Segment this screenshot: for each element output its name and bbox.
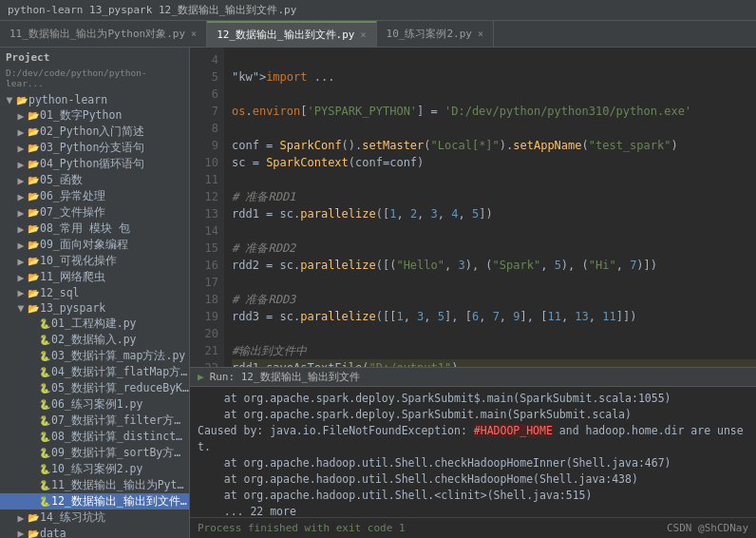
tree-item-label: 11_数据输出_输出为Python对象.py (51, 478, 189, 492)
tab-tab3[interactable]: 10_练习案例2.py× (377, 21, 494, 47)
tree-item-13_09[interactable]: 🐍 09_数据计算_sortBy方法.py (0, 445, 189, 461)
code-content[interactable]: "kw">import ... os.environ['PYSPARK_PYTH… (224, 48, 756, 367)
tree-item-13_05[interactable]: 🐍 05_数据计算_reduceByKey方法.py (0, 380, 189, 396)
folder-icon: 📂 (27, 143, 40, 153)
python-file-icon: 🐍 (38, 351, 51, 361)
python-file-icon: 🐍 (38, 367, 51, 377)
tree-item-10[interactable]: ▶📂 10_可视化操作 (0, 253, 189, 269)
code-line (232, 120, 756, 137)
tab-tab1[interactable]: 11_数据输出_输出为Python对象.py× (0, 21, 207, 47)
tree-item-13[interactable]: ▼📂 13_pyspark (0, 300, 189, 316)
python-file-icon: 🐍 (38, 432, 51, 442)
tree-item-13_08[interactable]: 🐍 08_数据计算_distinct方法.py (0, 429, 189, 445)
tab-label: 10_练习案例2.py (387, 27, 472, 41)
tree-item-label: 04_Python循环语句 (40, 157, 144, 171)
code-editor[interactable]: 456789101112131415161718192021222324 "kw… (190, 48, 756, 367)
tab-tab2[interactable]: 12_数据输出_输出到文件.py× (207, 21, 376, 47)
sidebar-header: Project (0, 48, 189, 67)
python-file-icon: 🐍 (38, 448, 51, 458)
tree-item-08[interactable]: ▶📂 08_常用 模块 包 (0, 221, 189, 237)
tree-item-root[interactable]: ▼📂 python-learn (0, 92, 189, 107)
tree-item-label: python-learn (28, 93, 107, 106)
code-line: rdd1.saveAsTextFile("D:/output1") (232, 359, 756, 367)
tree-item-label: 07_数据计算_filter方法.py (51, 413, 189, 428)
run-line: Caused by: java.io.FileNotFoundException… (198, 423, 748, 455)
tree-item-label: 02_Python入门简述 (40, 125, 144, 139)
run-icon: ▶ (198, 371, 204, 383)
tree-item-07[interactable]: ▶📂 07_文件操作 (0, 204, 189, 221)
tab-close-icon[interactable]: × (360, 29, 366, 40)
tree-item-01[interactable]: ▶📂 01_数字Python (0, 107, 189, 124)
tree-item-13_02[interactable]: 🐍 02_数据输入.py (0, 332, 189, 348)
tree-item-12[interactable]: ▶📂 12_sql (0, 285, 189, 300)
tree-item-label: 06_练习案例1.py (51, 397, 142, 412)
tree-item-02[interactable]: ▶📂 02_Python入门简述 (0, 124, 189, 140)
run-line: at org.apache.spark.deploy.SparkSubmit.m… (198, 407, 748, 423)
chevron-right-icon: ▶ (15, 255, 27, 268)
run-header: ▶ Run: 12_数据输出_输出到文件 (190, 368, 756, 387)
tab-close-icon[interactable]: × (191, 29, 197, 39)
python-file-icon: 🐍 (38, 496, 51, 507)
line-number: 22 (190, 359, 224, 367)
line-numbers: 456789101112131415161718192021222324 (190, 48, 224, 367)
sidebar: Project D:/dev/code/python/python-lear..… (0, 48, 190, 538)
tab-close-icon[interactable]: × (478, 29, 483, 39)
tree-item-label: 10_练习案例2.py (51, 462, 142, 476)
tree-item-13_01[interactable]: 🐍 01_工程构建.py (0, 316, 189, 332)
code-line (232, 51, 756, 68)
tree-item-13_03[interactable]: 🐍 03_数据计算_map方法.py (0, 348, 189, 364)
chevron-right-icon: ▶ (15, 239, 27, 252)
tree-item-09[interactable]: ▶📂 09_面向对象编程 (0, 237, 189, 253)
code-line: # 准备RDD3 (232, 291, 756, 308)
tree-item-data[interactable]: ▶📂 data (0, 526, 189, 538)
tab-label: 11_数据输出_输出为Python对象.py (9, 27, 185, 41)
top-bar-text: python-learn 13_pyspark 12_数据输出_输出到文件.py (8, 3, 296, 17)
run-line: at org.apache.hadoop.util.Shell.checkHad… (198, 471, 748, 488)
python-file-icon: 🐍 (38, 480, 51, 490)
tree-item-13_11[interactable]: 🐍 11_数据输出_输出为Python对象.py (0, 477, 189, 493)
tree-item-13_12[interactable]: 🐍 12_数据输出_输出到文件.py (0, 493, 189, 509)
run-line: at org.apache.hadoop.util.Shell.checkHad… (198, 455, 748, 471)
python-file-icon: 🐍 (38, 383, 51, 394)
tree-item-13_07[interactable]: 🐍 07_数据计算_filter方法.py (0, 413, 189, 429)
code-line: rdd2 = sc.parallelize([("Hello", 3), ("S… (232, 257, 756, 274)
chevron-right-icon: ▶ (15, 511, 27, 525)
tree-item-11[interactable]: ▶📂 11_网络爬虫 (0, 269, 189, 285)
tree-item-13_10[interactable]: 🐍 10_练习案例2.py (0, 461, 189, 477)
tree-item-14[interactable]: ▶📂 14_练习坑坑 (0, 509, 189, 526)
folder-icon: 📂 (27, 175, 40, 185)
tree-item-04[interactable]: ▶📂 04_Python循环语句 (0, 156, 189, 172)
line-number: 11 (190, 171, 224, 188)
tree-item-label: 13_pyspark (40, 301, 105, 315)
bottom-panel: ▶ Run: 12_数据输出_输出到文件 at org.apache.spark… (190, 367, 756, 538)
sidebar-path: D:/dev/code/python/python-lear... (0, 67, 189, 92)
chevron-right-icon: ▶ (15, 527, 27, 538)
tree-item-03[interactable]: ▶📂 03_Python分支语句 (0, 140, 189, 156)
folder-icon: 📂 (27, 256, 40, 266)
line-number: 16 (190, 257, 224, 274)
tree-item-13_04[interactable]: 🐍 04_数据计算_flatMap方法.py (0, 364, 189, 380)
tree-item-05[interactable]: ▶📂 05_函数 (0, 172, 189, 188)
run-line: at org.apache.hadoop.util.Shell.<clinit>… (198, 488, 748, 504)
folder-icon: 📂 (27, 191, 40, 202)
code-line: # 准备RDD1 (232, 188, 756, 205)
chevron-right-icon: ▶ (15, 125, 27, 139)
line-number: 15 (190, 240, 224, 257)
tree-item-label: 07_文件操作 (40, 205, 105, 220)
line-number: 5 (190, 68, 224, 86)
line-number: 19 (190, 308, 224, 325)
chevron-right-icon: ▶ (15, 222, 27, 236)
folder-icon: 📂 (27, 272, 40, 282)
line-number: 10 (190, 154, 224, 171)
tree-item-13_06[interactable]: 🐍 06_练习案例1.py (0, 396, 189, 413)
tree-item-06[interactable]: ▶📂 06_异常处理 (0, 188, 189, 204)
run-footer-left: Process finished with exit code 1 (198, 522, 406, 534)
code-line: "kw">import ... (232, 68, 756, 86)
line-number: 9 (190, 137, 224, 154)
line-number: 6 (190, 86, 224, 103)
tab-bar: 11_数据输出_输出为Python对象.py×12_数据输出_输出到文件.py×… (0, 21, 756, 48)
line-number: 7 (190, 103, 224, 120)
code-line (232, 171, 756, 188)
folder-icon: 📂 (27, 303, 40, 314)
python-file-icon: 🐍 (38, 318, 51, 329)
